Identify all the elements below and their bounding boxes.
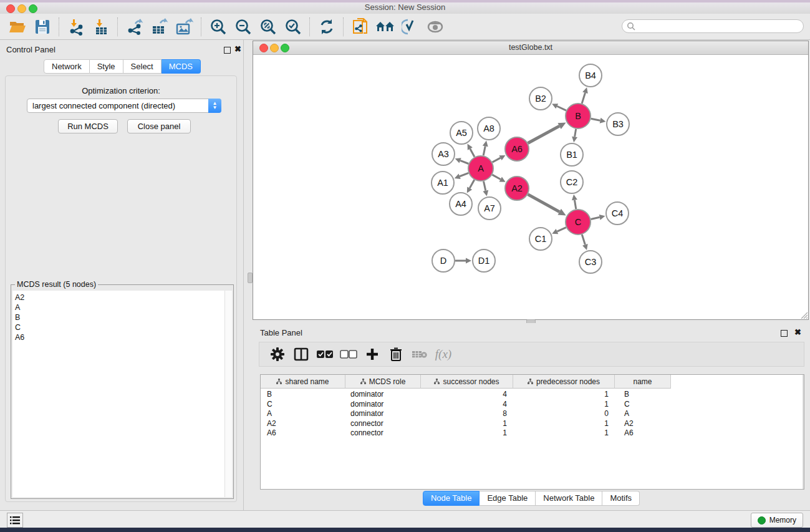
table-cell[interactable]: B [615,390,671,400]
export-network-button[interactable] [122,16,147,38]
tab-select[interactable]: Select [123,59,162,74]
table-cell[interactable]: A6 [615,428,671,438]
vertical-splitter-handle[interactable] [248,273,253,283]
table-cell[interactable]: B [261,390,345,400]
graph-edge[interactable] [574,200,576,210]
graph-edge[interactable] [460,160,468,163]
table-cell[interactable]: 1 [513,428,615,438]
table-row[interactable]: Bdominator41B [261,390,804,400]
zoom-selected-button[interactable] [281,16,306,38]
split-columns-button[interactable] [289,344,313,364]
result-item[interactable]: C [12,322,224,332]
column-header-predecessor-nodes[interactable]: predecessor nodes [513,375,615,389]
table-cell[interactable]: dominator [345,409,421,419]
export-image-button[interactable] [172,16,197,38]
table-row[interactable]: Cdominator41C [261,400,804,410]
first-neighbors-button[interactable] [373,16,398,38]
zoom-in-button[interactable] [206,16,231,38]
new-network-from-selection-button[interactable] [348,16,373,38]
graph-edge[interactable] [528,126,560,143]
node-table[interactable]: shared nameMCDS rolesuccessor nodesprede… [260,374,804,490]
table-cell[interactable]: A [261,409,345,419]
function-builder-button[interactable]: f(x) [432,344,455,364]
float-panel-icon[interactable] [224,47,231,54]
column-header-name[interactable]: name [615,375,671,389]
task-history-button[interactable] [7,513,23,528]
graph-edge[interactable] [483,181,485,191]
column-header-MCDS-role[interactable]: MCDS role [345,375,421,389]
table-cell[interactable]: 1 [421,428,513,438]
table-row[interactable]: Adominator80A [261,409,804,419]
tab-mcds[interactable]: MCDS [162,59,201,74]
table-cell[interactable]: dominator [345,400,421,410]
graph-edge[interactable] [582,93,585,104]
tab-edge-table[interactable]: Edge Table [480,491,536,506]
bird-eye-view-button[interactable] [423,16,448,38]
graph-edge[interactable] [483,146,485,155]
memory-button[interactable]: Memory [751,513,803,528]
table-cell[interactable]: 0 [513,409,615,419]
column-header-successor-nodes[interactable]: successor nodes [421,375,513,389]
graph-edge[interactable] [470,180,475,188]
mcds-result-list[interactable]: A2ABCA6 [12,291,225,497]
result-item[interactable]: A [12,302,224,312]
table-scrollbar[interactable] [803,375,804,489]
close-panel-button[interactable]: Close panel [127,119,191,133]
table-row[interactable]: A2connector11A2 [261,419,804,429]
run-mcds-button[interactable]: Run MCDS [58,119,118,133]
table-row[interactable]: A6connector11A6 [261,428,804,438]
tab-node-table[interactable]: Node Table [423,491,480,506]
show-graphics-details-button[interactable] [398,16,423,38]
network-window-titlebar[interactable]: testGlobe.txt [253,41,808,55]
search-input[interactable] [635,21,794,31]
graph-edge[interactable] [582,235,585,244]
import-network-button[interactable] [64,16,89,38]
graph-edge[interactable] [557,228,566,231]
table-float-panel-icon[interactable] [781,330,788,337]
graph-edge[interactable] [492,175,500,179]
tab-motifs[interactable]: Motifs [602,491,640,506]
window-resize-grip[interactable] [799,311,808,319]
table-cell[interactable]: 1 [513,390,615,400]
close-panel-icon[interactable]: ✖ [234,44,241,54]
search-field[interactable] [622,19,804,33]
table-cell[interactable]: 1 [513,400,615,410]
apply-layout-button[interactable] [314,16,339,38]
table-settings-button[interactable] [266,344,289,364]
table-cell[interactable]: A [615,409,671,419]
table-cell[interactable]: C [615,400,671,410]
table-cell[interactable]: connector [345,428,421,438]
optimization-criterion-select[interactable]: largest connected component (directed) ▲… [27,99,221,113]
delete-columns-button[interactable] [384,344,408,364]
result-list-scrollbar[interactable] [225,291,232,497]
tab-network[interactable]: Network [44,59,90,74]
import-table-button[interactable] [89,16,113,38]
save-session-button[interactable] [30,16,55,38]
table-cell[interactable]: dominator [345,390,421,400]
graph-edge[interactable] [575,129,576,137]
table-cell[interactable]: C [261,400,345,410]
table-cell[interactable]: 1 [421,419,513,429]
tab-network-table[interactable]: Network Table [536,491,602,506]
table-cell[interactable]: 4 [421,400,513,410]
open-session-button[interactable] [5,16,30,38]
graph-edge[interactable] [591,217,599,219]
result-item[interactable]: B [12,312,224,322]
graph-edge[interactable] [528,195,560,212]
zoom-out-button[interactable] [231,16,256,38]
table-cell[interactable]: A6 [261,428,345,438]
graph-edge[interactable] [557,106,566,110]
result-item[interactable]: A2 [12,293,224,302]
graph-edge[interactable] [470,148,475,157]
table-cell[interactable]: A2 [261,419,345,429]
graph-edge[interactable] [591,118,600,120]
result-item[interactable]: A6 [12,332,224,342]
table-cell[interactable]: 1 [513,419,615,429]
export-table-button[interactable] [147,16,172,38]
column-header-shared-name[interactable]: shared name [261,375,345,389]
table-cell[interactable]: connector [345,419,421,429]
unselect-all-columns-button[interactable] [337,344,360,364]
table-close-panel-icon[interactable]: ✖ [794,327,801,337]
table-cell[interactable]: A2 [615,419,671,429]
graph-edge[interactable] [460,173,468,176]
